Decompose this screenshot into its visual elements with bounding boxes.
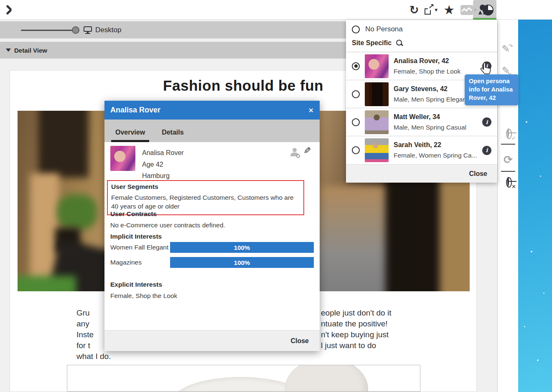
time-clock-icon[interactable] bbox=[483, 5, 493, 15]
edit-pencil-icon[interactable]: ✎ bbox=[303, 145, 311, 156]
persona-avatar bbox=[365, 110, 389, 134]
paragraph-fragment: n't keep buying just bbox=[321, 330, 389, 339]
analytics-button[interactable]: ▼ bbox=[460, 5, 477, 15]
refresh-icon[interactable]: ↻ bbox=[410, 4, 419, 15]
paragraph-fragment: eople just don't do it bbox=[321, 308, 391, 318]
search-icon[interactable] bbox=[396, 39, 403, 47]
chevron-down-icon: ▼ bbox=[435, 8, 438, 12]
paragraph-fragment: what I do. bbox=[76, 352, 111, 361]
open-in-new-window-button[interactable]: ↗ ▼ bbox=[425, 5, 438, 15]
product-image-hats bbox=[67, 365, 420, 392]
persona-info-modal: Analisa Rover × Overview Details Analisa… bbox=[104, 101, 320, 351]
paragraph-fragment: for t bbox=[76, 341, 90, 350]
persona-avatar bbox=[365, 82, 389, 106]
modal-close-icon[interactable]: × bbox=[308, 106, 314, 114]
device-label: Desktop bbox=[95, 26, 121, 34]
info-icon[interactable]: i bbox=[482, 146, 491, 155]
expand-panel-chevron-icon[interactable] bbox=[6, 5, 15, 15]
radio-unselected-icon[interactable] bbox=[352, 118, 360, 126]
favorites-star-icon[interactable]: ★ bbox=[443, 4, 455, 16]
user-segments-text: Female Customers, Registered Customers, … bbox=[111, 193, 300, 211]
panel-close-button[interactable]: Close bbox=[469, 170, 487, 178]
radio-selected-icon[interactable] bbox=[352, 62, 360, 70]
tooltip-line: info for Analisa bbox=[469, 85, 514, 94]
profile-avatar bbox=[110, 146, 135, 171]
detail-view-label: Detail View bbox=[14, 47, 47, 54]
tooltip-line: Rover, 42 bbox=[469, 94, 514, 102]
interest-bar: 100% bbox=[170, 242, 314, 253]
paragraph-fragment: ntuate the positive! bbox=[321, 319, 388, 328]
modal-tab-bar: Overview Details bbox=[104, 120, 320, 142]
tooltip-line: Open persona bbox=[469, 77, 514, 85]
radio-unselected-icon[interactable] bbox=[352, 146, 360, 154]
tab-overview[interactable]: Overview bbox=[111, 129, 149, 142]
user-contracts-text: No e-Commerce user contracts defined. bbox=[110, 221, 225, 229]
external-link-icon: ↗ bbox=[425, 5, 434, 15]
section-heading: User Contracts bbox=[110, 210, 157, 218]
profile-age: Age 42 bbox=[142, 159, 184, 171]
no-persona-option[interactable]: No Persona bbox=[346, 20, 497, 37]
persona-name: Sarah Veith, 22 bbox=[394, 141, 477, 149]
interest-bar-fill: 100% bbox=[170, 257, 314, 268]
section-heading: Implicit Interests bbox=[110, 233, 162, 240]
modal-header: Analisa Rover × bbox=[104, 101, 320, 120]
persona-avatar bbox=[365, 54, 389, 78]
collapse-triangle-icon bbox=[6, 48, 11, 52]
interest-label: Women Fall Elegant bbox=[110, 244, 170, 251]
edit-redo-icon[interactable]: ✎↷ bbox=[498, 43, 519, 55]
persona-description: Female, Shop the Look bbox=[394, 68, 477, 75]
interest-bar: 100% bbox=[170, 257, 314, 268]
section-heading: User Segments bbox=[111, 183, 300, 191]
globe-unpublish-icon[interactable]: ✕ bbox=[498, 178, 519, 186]
persona-name: Analisa Rover, 42 bbox=[394, 57, 477, 65]
modal-footer: Close bbox=[104, 330, 320, 351]
tab-details[interactable]: Details bbox=[158, 129, 188, 142]
paragraph-fragment: any bbox=[76, 319, 89, 328]
section-heading: Explicit Interests bbox=[110, 281, 162, 288]
paragraph-fragment: Inste bbox=[76, 330, 94, 339]
globe-approved-icon[interactable]: ✓ bbox=[498, 129, 519, 137]
info-icon[interactable]: i bbox=[482, 117, 491, 127]
interest-value: 100% bbox=[234, 244, 250, 251]
radio-unselected-icon[interactable] bbox=[352, 25, 360, 33]
persona-row-matt[interactable]: Matt Weller, 34 Male, Men Spring Casual … bbox=[346, 108, 497, 136]
persona-info-tooltip: Open persona info for Analisa Rover, 42 bbox=[465, 74, 519, 105]
radio-unselected-icon[interactable] bbox=[352, 90, 360, 98]
paragraph-fragment: l just want to do bbox=[321, 341, 376, 350]
modal-close-button[interactable]: Close bbox=[290, 337, 309, 345]
chevron-down-icon: ▼ bbox=[474, 8, 477, 12]
device-width-slider-handle[interactable] bbox=[72, 26, 79, 34]
persona-row-sarah[interactable]: Sarah Veith, 22 Female, Women Spring Ca.… bbox=[346, 136, 497, 164]
panel-footer: Close bbox=[346, 164, 497, 183]
no-persona-label: No Persona bbox=[365, 25, 403, 33]
interest-value: 100% bbox=[234, 259, 250, 266]
modal-body: Analisa Rover Age 42 Hamburg ✎ User Segm… bbox=[104, 142, 320, 330]
workspace-background bbox=[518, 0, 552, 392]
modal-title: Analisa Rover bbox=[110, 106, 160, 115]
group-label: Site Specific bbox=[352, 39, 392, 47]
top-toolbar: ↻ ↗ ▼ ★ ▼ ▾ bbox=[0, 0, 552, 20]
paragraph-fragment: Gru bbox=[76, 308, 90, 317]
hand-cursor-icon bbox=[480, 62, 492, 78]
rail-divider bbox=[501, 144, 515, 145]
analytics-chart-icon bbox=[460, 5, 473, 15]
desktop-monitor-icon bbox=[84, 26, 92, 34]
explicit-interests-text: Female, Shop the Look bbox=[110, 291, 177, 300]
interest-label: Magazines bbox=[110, 259, 170, 266]
persona-avatar bbox=[365, 138, 389, 162]
persona-description: Male, Men Spring Casual bbox=[394, 124, 477, 131]
interest-bar-fill: 100% bbox=[170, 242, 314, 253]
rail-divider bbox=[501, 171, 515, 172]
device-width-slider-track[interactable] bbox=[21, 30, 79, 31]
persona-description: Female, Women Spring Ca... bbox=[394, 152, 477, 159]
persona-name: Matt Weller, 34 bbox=[394, 113, 477, 121]
sync-icon[interactable]: ⟳ bbox=[498, 153, 519, 166]
site-specific-group: Site Specific bbox=[346, 37, 497, 52]
profile-name: Analisa Rover bbox=[142, 147, 184, 159]
impersonate-icon[interactable] bbox=[290, 148, 299, 157]
